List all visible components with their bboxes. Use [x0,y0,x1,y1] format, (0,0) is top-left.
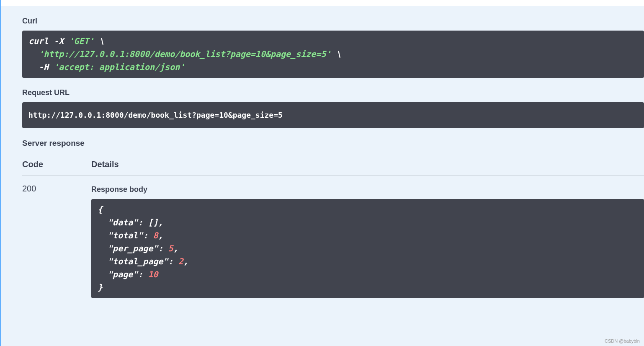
response-table: Code Details 200 Response body { "data":… [22,160,644,298]
json-totalpage-end: , [183,256,188,266]
curl-indent2 [28,49,39,59]
curl-code-block[interactable]: curl -X 'GET' \ 'http://127.0.0.1:8000/d… [22,31,644,78]
json-total-key: "total" [98,230,143,240]
curl-h-flag: -H [28,62,54,72]
json-totalpage-val: 2 [178,256,183,266]
curl-slash1: \ [94,36,104,46]
json-open: { [98,204,103,214]
request-url-label: Request URL [22,88,644,97]
json-page-sep: : [138,269,148,279]
json-perpage-sep: : [158,243,168,253]
curl-method: 'GET' [69,36,94,46]
status-code: 200 [22,184,91,298]
json-total-sep: : [143,230,153,240]
response-row: 200 Response body { "data": [], "total":… [22,184,644,298]
details-header: Details [91,160,119,169]
response-body-label: Response body [91,185,644,194]
watermark: CSDN @babybin [605,338,640,343]
json-perpage-val: 5 [168,243,173,253]
curl-header: 'accept: application/json' [54,62,185,72]
request-url-value: http://127.0.0.1:8000/demo/book_list?pag… [28,111,283,119]
curl-cmd: curl -X [28,36,69,46]
json-total-end: , [158,230,163,240]
json-totalpage-key: "total_page" [98,256,168,266]
response-details: Response body { "data": [], "total": 8, … [91,184,644,298]
response-section: Curl curl -X 'GET' \ 'http://127.0.0.1:8… [1,6,644,346]
response-body-block[interactable]: { "data": [], "total": 8, "per_page": 5,… [91,199,644,298]
json-page-val: 10 [148,269,158,279]
json-total-val: 8 [153,230,158,240]
json-close: } [98,282,103,292]
server-response-label: Server response [22,139,644,148]
curl-slash2: \ [331,49,341,59]
code-header: Code [22,160,91,169]
response-header-row: Code Details [22,160,644,176]
request-url-block[interactable]: http://127.0.0.1:8000/demo/book_list?pag… [22,102,644,128]
json-perpage-key: "per_page" [98,243,158,253]
response-container: Curl curl -X 'GET' \ 'http://127.0.0.1:8… [0,0,644,346]
json-data-val: : [], [138,217,163,227]
json-data-key: "data" [98,217,138,227]
curl-label: Curl [22,17,644,26]
json-perpage-end: , [173,243,178,253]
json-page-key: "page" [98,269,138,279]
curl-url: 'http://127.0.0.1:8000/demo/book_list?pa… [39,49,331,59]
json-totalpage-sep: : [168,256,178,266]
